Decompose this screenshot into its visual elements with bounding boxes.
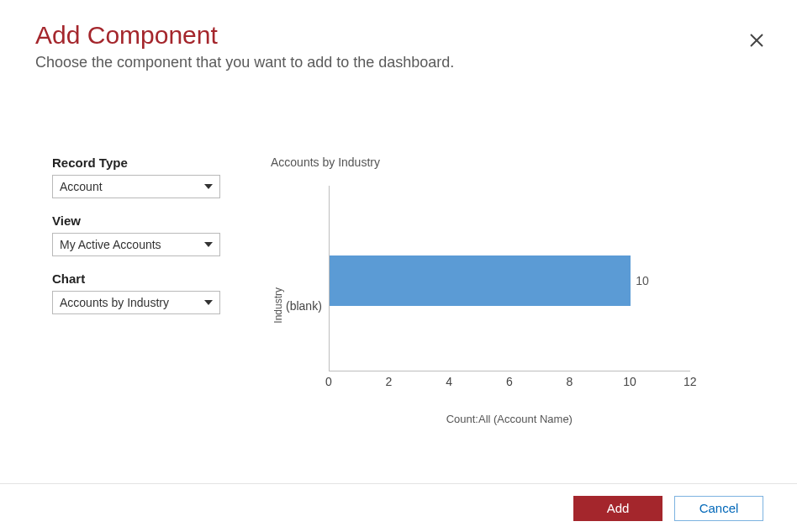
record-type-label: Record Type [52,155,254,170]
y-tick: (blank) [286,296,322,316]
chevron-down-icon [204,184,213,189]
x-axis-label: Count:All (Account Name) [329,413,690,425]
x-tick: 6 [506,375,513,388]
x-tick: 4 [446,375,452,388]
cancel-button[interactable]: Cancel [674,496,763,521]
bar-value-label: 10 [636,274,649,287]
chart-select[interactable]: Accounts by Industry [52,291,220,314]
view-value: My Active Accounts [60,238,161,251]
chart-value: Accounts by Industry [60,296,169,309]
chevron-down-icon [204,300,213,305]
y-axis-label: Industry [271,287,286,324]
view-label: View [52,213,254,228]
x-tick: 0 [325,375,332,388]
add-button[interactable]: Add [573,496,662,521]
x-tick: 12 [684,375,697,388]
chart-label: Chart [52,271,254,286]
x-tick: 10 [623,375,636,388]
x-tick: 2 [386,375,393,388]
record-type-select[interactable]: Account [52,175,220,198]
chart-plot-area: 10 [329,186,690,371]
record-type-value: Account [60,180,103,193]
x-axis: 024681012 [329,371,690,391]
x-tick: 8 [567,375,573,388]
bar [330,255,631,306]
dialog-title: Add Component [35,20,762,50]
close-icon[interactable] [747,30,767,50]
chevron-down-icon [204,242,213,247]
view-select[interactable]: My Active Accounts [52,233,220,256]
dialog-subtitle: Choose the component that you want to ad… [35,54,762,71]
bar-row: 10 [330,255,649,306]
chart-title: Accounts by Industry [271,155,762,169]
